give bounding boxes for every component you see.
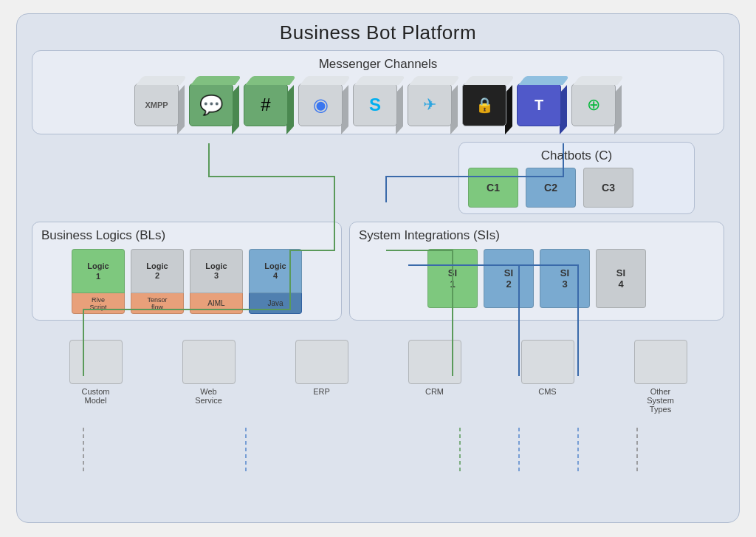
bl1-label: Logic1 — [87, 261, 109, 282]
si3-body: SI3 — [540, 249, 590, 308]
bl2-tech: Tensorflow — [147, 296, 167, 311]
cms-cube — [521, 340, 574, 384]
channel-teams: T — [517, 76, 567, 126]
cube-top-teams — [518, 76, 569, 85]
custom-model-label: CustomModel — [82, 387, 110, 405]
cube-front-slack: # — [244, 83, 288, 126]
custom-model-cube — [69, 340, 123, 384]
xmpp-label: XMPP — [145, 100, 168, 109]
cube-front-xmpp: XMPP — [134, 83, 179, 126]
bl3-top: Logic3 — [190, 249, 243, 293]
channel-facebook: 💬 — [189, 76, 239, 126]
cube-top-slack — [245, 76, 296, 85]
lower-sections: Business Logics (BLs) Logic1 RiveScript … — [32, 222, 724, 321]
channel-telegram: ✈ — [408, 76, 458, 126]
channel-skype: S — [353, 76, 403, 126]
wechat-icon: ⊕ — [587, 95, 600, 114]
slack-icon: # — [261, 95, 270, 115]
web-service-label: WebService — [195, 387, 222, 405]
si-4: SI4 — [596, 249, 646, 308]
bl-logic2: Logic2 Tensorflow — [131, 249, 184, 314]
ext-other-systems: OtherSystemTypes — [634, 340, 687, 414]
channel-signal: ◉ — [298, 76, 348, 126]
external-items: CustomModel WebService ERP CRM CMS Other… — [24, 326, 732, 417]
cube-top-wechat-b — [464, 76, 515, 85]
bl2-bottom: Tensorflow — [131, 293, 184, 314]
ext-cms: CMS — [521, 340, 574, 396]
cube-top-xmpp — [136, 76, 187, 85]
cube-front-teams: T — [517, 83, 561, 126]
si4-label: SI4 — [616, 267, 625, 290]
si2-label: SI2 — [504, 267, 513, 290]
c3-label: C3 — [602, 182, 615, 194]
ext-erp: ERP — [295, 340, 348, 396]
messenger-icons: XMPP 💬 # — [41, 76, 715, 126]
bl4-bottom: Java — [249, 293, 302, 314]
bl4-label: Logic4 — [264, 261, 286, 281]
cube-top-fb — [190, 76, 241, 85]
chatbot-c3: C3 — [583, 168, 633, 208]
bl2-label: Logic2 — [146, 261, 168, 281]
bl-cubes: Logic1 RiveScript Logic2 Tensorflow — [41, 249, 332, 314]
bl3-bottom: AIML — [190, 293, 243, 314]
page-title: Business Bot Platform — [24, 21, 732, 44]
si-3: SI3 — [540, 249, 590, 308]
bl-logic3: Logic3 AIML — [190, 249, 243, 314]
cube-front-wechat-b: 🔒 — [462, 83, 506, 126]
chatbot-c1: C1 — [468, 168, 518, 208]
c2-label: C2 — [544, 182, 557, 194]
chatbots-section: Chatbots (C) C1 C2 C3 — [458, 142, 695, 214]
bl2-top: Logic2 — [131, 249, 184, 293]
channel-xmpp: XMPP — [134, 76, 185, 126]
bl4-tech: Java — [267, 299, 283, 307]
signal-icon: ◉ — [313, 95, 329, 115]
crm-cube — [408, 340, 461, 384]
fb-icon: 💬 — [199, 94, 223, 117]
bls-label: Business Logics (BLs) — [41, 228, 332, 243]
bl1-top: Logic1 — [72, 249, 125, 293]
ext-web-service: WebService — [182, 340, 236, 405]
bl3-tech: AIML — [207, 299, 224, 307]
chatbots-label: Chatbots (C) — [468, 148, 685, 163]
crm-label: CRM — [425, 387, 444, 396]
si1-label: SI1 — [448, 267, 457, 290]
messenger-section: Messenger Channels XMPP 💬 — [32, 50, 724, 134]
si3-label: SI3 — [560, 267, 569, 290]
si-1: SI1 — [427, 249, 478, 308]
chatbots-container: Chatbots (C) C1 C2 C3 — [24, 142, 709, 214]
other-systems-label: OtherSystemTypes — [647, 387, 674, 414]
cube-top-wechat — [573, 76, 624, 85]
other-systems-cube — [634, 340, 687, 384]
si1-body: SI1 — [427, 249, 478, 308]
web-service-cube — [182, 340, 236, 384]
cube-top-telegram — [409, 76, 460, 85]
erp-label: ERP — [313, 387, 330, 396]
bl3-label: Logic3 — [205, 261, 227, 281]
teams-icon: T — [535, 97, 543, 114]
cube-top-signal — [300, 76, 351, 85]
ext-crm: CRM — [408, 340, 461, 396]
bl-logic1: Logic1 RiveScript — [72, 249, 125, 314]
business-logics-section: Business Logics (BLs) Logic1 RiveScript … — [32, 222, 342, 321]
cube-front-skype: S — [353, 83, 397, 126]
bl-logic4: Logic4 Java — [249, 249, 302, 314]
skype-icon: S — [369, 95, 381, 115]
erp-cube — [295, 340, 348, 384]
main-container: Business Bot Platform Messenger Channels — [16, 13, 740, 523]
channel-wechat-b: 🔒 — [462, 76, 512, 126]
channel-slack: # — [244, 76, 294, 126]
si-cubes: SI1 SI2 SI3 SI4 — [359, 249, 715, 308]
si4-body: SI4 — [596, 249, 646, 308]
messenger-label: Messenger Channels — [41, 57, 715, 72]
telegram-icon: ✈ — [423, 95, 436, 114]
cube-top-skype — [354, 76, 405, 85]
sis-label: System Integrations (SIs) — [359, 228, 715, 243]
cube-front-fb: 💬 — [189, 83, 233, 126]
channel-wechat: ⊕ — [571, 76, 622, 126]
bl4-top: Logic4 — [249, 249, 302, 293]
si2-body: SI2 — [484, 249, 534, 308]
bl1-tech: RiveScript — [89, 296, 106, 311]
c1-label: C1 — [487, 182, 500, 194]
system-integrations-section: System Integrations (SIs) SI1 SI2 SI3 — [349, 222, 724, 321]
cms-label: CMS — [538, 387, 556, 396]
